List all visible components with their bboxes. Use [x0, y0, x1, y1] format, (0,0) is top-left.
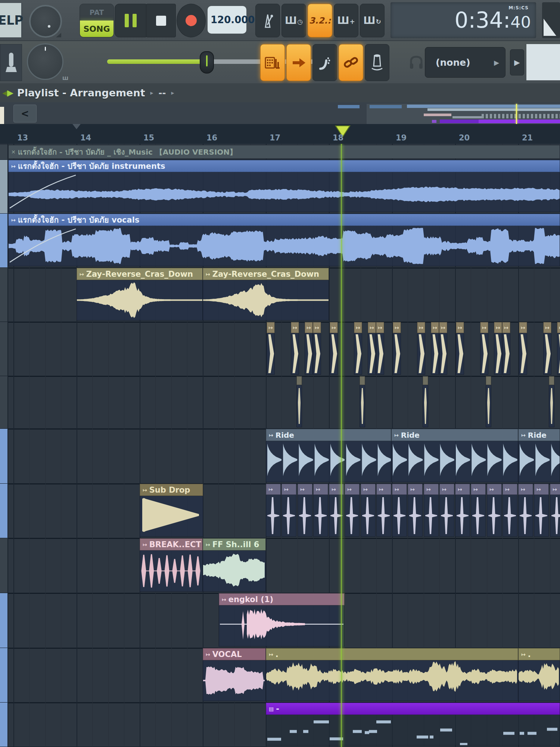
preview-play-button[interactable]: ▶ [510, 49, 524, 75]
clip-header[interactable]: ↦ [494, 322, 502, 333]
playlist-clip-reverse-crash[interactable]: ↦Zay-Reverse_Cras_Down [203, 268, 329, 321]
pat-mode-button[interactable]: PAT [80, 4, 113, 21]
metronome-button[interactable] [255, 4, 280, 37]
playlist-clip-vocal-chop[interactable]: ↦VOCAL [203, 648, 266, 702]
playlist-clip-perc-hits-1[interactable]: ↦ [368, 322, 376, 375]
clip-header[interactable]: ↦ [557, 322, 560, 333]
clip-header[interactable]: ↦Zay-Reverse_Cras_Down [203, 268, 329, 280]
clip-header[interactable]: ↦engkol (1) [219, 593, 345, 605]
monitor-selector[interactable]: (none) ▶ [425, 47, 505, 78]
track-strip-audio-version-muted[interactable] [0, 145, 7, 160]
clip-header[interactable]: ↦ [502, 322, 510, 333]
track-strip-subdrop-kicks[interactable] [0, 484, 7, 538]
playlist-clip-subdrop-kicks[interactable]: ↦ [361, 484, 376, 537]
clip-header[interactable] [486, 376, 491, 385]
playlist-clip-subdrop-kicks[interactable]: ↦ [424, 484, 439, 537]
playlist-clip-perc-hits-1[interactable]: ↦ [439, 322, 447, 375]
playlist-clip-ride[interactable]: ↦Ride [266, 429, 391, 483]
clip-header[interactable]: ↦ [313, 322, 321, 333]
clip-header[interactable]: ↦ [305, 322, 313, 333]
playlist-clip-subdrop-kicks[interactable]: ↦ [471, 484, 486, 537]
clip-header[interactable]: ↦ [534, 484, 549, 495]
playlist-clip-ride[interactable]: ↦Ride [518, 429, 560, 483]
clip-header[interactable]: ↦Zay-Reverse_Cras_Down [77, 268, 203, 280]
playlist-clip-subdrop-kicks[interactable]: ↦ [503, 484, 517, 537]
toolbar-corner-button[interactable] [542, 2, 560, 38]
track-strip-vocals[interactable] [0, 214, 7, 268]
clip-header[interactable]: ↦ [487, 484, 502, 495]
playlist-clip-perc-hits-2[interactable] [549, 376, 554, 428]
clip-header[interactable]: ↦Ride [391, 429, 518, 441]
playlist-clip-break-fill[interactable]: ↦FF Sh..ill 6 [203, 538, 266, 592]
playlist-clip-subdrop-kicks[interactable]: ↦ [392, 484, 407, 537]
mixer-fader-button[interactable] [365, 44, 389, 81]
clip-header[interactable]: ↦ [266, 484, 281, 495]
clip-header[interactable]: ↦ [313, 484, 328, 495]
playlist-clip-vocal-chop[interactable]: ↦. [266, 648, 518, 702]
clip-header[interactable]: ↦ [291, 322, 299, 333]
playlist-clip-midi-piano-roll[interactable]: ▤- [266, 703, 560, 746]
time-display[interactable]: M:S:CS 0:34:40 [391, 2, 536, 38]
clip-header[interactable]: ↦ [543, 322, 551, 333]
playlist-clip-audio-version-muted[interactable]: ✕แรกตั้งใจฮัก - ปรีชา บัดภัย _ เชิง_Musi… [8, 145, 560, 159]
clip-header[interactable]: ↦Ride [266, 429, 391, 441]
clip-header[interactable]: ↦BREAK..ECT [140, 538, 203, 551]
clip-header[interactable]: ▤- [266, 703, 560, 715]
playlist-clip-subdrop-kicks[interactable]: ↦ [298, 484, 312, 537]
clip-header[interactable]: ↦ [368, 322, 376, 333]
clip-header[interactable]: ✕แรกตั้งใจฮัก - ปรีชา บัดภัย _ เชิง_Musi… [8, 145, 560, 159]
clip-header[interactable]: ↦ [376, 322, 384, 333]
playlist-clip-vocals[interactable]: ↦แรกตั้งใจฮัก - ปรีชา บัดภัย vocals [8, 214, 560, 267]
pause-button[interactable] [115, 4, 147, 37]
playlist-clip-perc-hits-1[interactable]: ↦ [330, 322, 338, 375]
clip-header[interactable]: ↦ [298, 484, 312, 495]
clip-header[interactable]: ↦แรกตั้งใจฮัก - ปรีชา บัดภัย vocals [8, 214, 560, 226]
track-strip-vocal-chop[interactable] [0, 648, 7, 703]
help-panel[interactable]: ELP [0, 3, 22, 37]
clip-header[interactable] [296, 376, 302, 385]
playlist-clip-perc-hits-1[interactable]: ↦ [543, 322, 551, 375]
playlist-clip-perc-hits-2[interactable] [423, 376, 428, 428]
clip-header[interactable]: ↦ [456, 322, 464, 333]
track-strip-perc-hits-2[interactable] [0, 376, 7, 429]
track-strip-instruments[interactable] [0, 160, 7, 214]
clip-header[interactable]: ↦ [550, 484, 560, 495]
playlist-clip-subdrop-kicks[interactable]: ↦ [534, 484, 549, 537]
playlist-clip-subdrop-kicks[interactable]: ↦ [455, 484, 470, 537]
clip-header[interactable]: ↦ [345, 484, 360, 495]
playlist-clip-perc-hits-2[interactable] [296, 376, 302, 428]
song-start-arrow-button[interactable] [286, 44, 311, 81]
clip-header[interactable]: ↦ [267, 322, 275, 333]
playlist-clip-perc-hits-2[interactable] [360, 376, 365, 428]
clip-header[interactable]: ↦ [330, 322, 338, 333]
playlist-clip-perc-hits-1[interactable]: ↦ [291, 322, 299, 375]
clip-header[interactable]: ↦ [376, 484, 391, 495]
clip-header[interactable]: ↦. [266, 648, 518, 660]
clip-header[interactable]: ↦Sub Drop [140, 484, 203, 496]
arrangement-minimap[interactable] [367, 104, 560, 124]
playlist-clip-perc-hits-1[interactable]: ↦ [393, 322, 401, 375]
clip-header[interactable] [360, 376, 365, 385]
track-strip-reverse-crash[interactable] [0, 268, 7, 322]
slider-handle[interactable] [200, 51, 214, 74]
scroll-back-button[interactable]: < [13, 105, 37, 123]
clip-header[interactable]: ↦ [408, 484, 423, 495]
track-strip-engkol[interactable] [0, 593, 7, 648]
track-strip-perc-hits-1[interactable] [0, 322, 7, 376]
playlist-area[interactable]: ✕แรกตั้งใจฮัก - ปรีชา บัดภัย _ เชิง_Musi… [0, 144, 560, 747]
playlist-clip-break-fill[interactable]: ↦BREAK..ECT [140, 538, 203, 592]
playlist-clip-subdrop-kicks[interactable]: ↦ [439, 484, 454, 537]
playlist-clip-instruments[interactable]: ↦แรกตั้งใจฮัก - ปรีชา บัดภัย instruments [8, 160, 560, 213]
clip-header[interactable]: ↦Ride [518, 429, 560, 441]
breadcrumb-value[interactable]: -- [159, 88, 166, 98]
playlist-clip-subdrop-kicks[interactable]: ↦ [345, 484, 360, 537]
playlist-clip-reverse-crash[interactable]: ↦Zay-Reverse_Cras_Down [77, 268, 203, 321]
clip-header[interactable]: ↦ [519, 322, 527, 333]
slide-notes-button[interactable] [312, 44, 337, 81]
stop-button[interactable] [146, 4, 176, 37]
link-button[interactable] [339, 44, 363, 81]
clip-header[interactable]: ↦. [518, 648, 560, 660]
track-strip-ride[interactable] [0, 429, 7, 484]
playlist-clip-perc-hits-2[interactable] [486, 376, 491, 428]
playlist-clip-ride[interactable]: ↦Ride [391, 429, 518, 483]
